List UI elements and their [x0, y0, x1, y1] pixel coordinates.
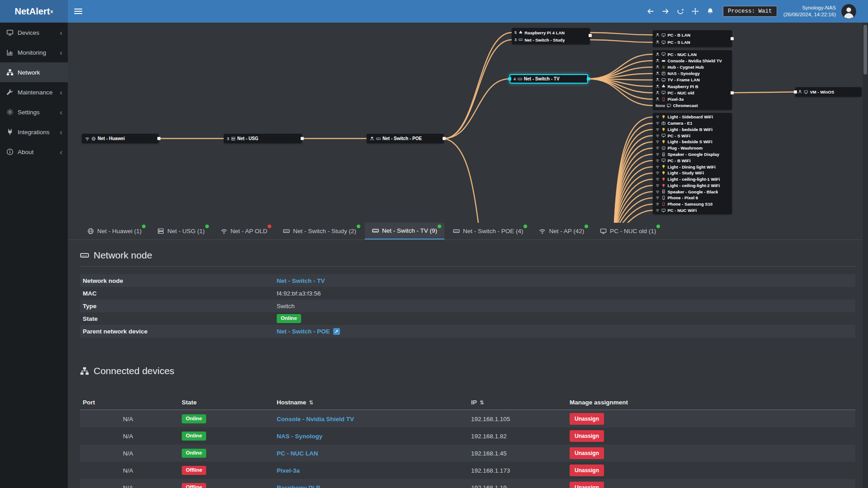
device-node-camera-e1[interactable]: Camera - E1 [653, 120, 732, 127]
nav-forward-button[interactable] [658, 0, 673, 23]
device-node-tv-frame-lan[interactable]: TV - Frame LAN [653, 77, 732, 83]
device-node-light-study-wifi[interactable]: Light - Study WiFi [653, 170, 732, 176]
notifications-bell-button[interactable] [703, 0, 717, 23]
refresh-button[interactable] [673, 0, 688, 23]
device-node-light-bedside-s-wifi[interactable]: Light - bedside S WiFi [653, 139, 732, 145]
nav-back-button[interactable] [643, 0, 658, 23]
device-node-light-dining-light-wifi[interactable]: Light - Dining light WiFi [653, 164, 732, 170]
device-node-speaker-google-display[interactable]: Speaker - Google Display [653, 151, 732, 158]
device-node-hub-cygnet-hub[interactable]: Hub - Cygnet Hub [653, 64, 732, 70]
wifi-icon [656, 202, 660, 206]
hostname-link[interactable]: Pixel-3a [277, 467, 300, 474]
sidebar-item-monitoring[interactable]: Monitoring‹ [0, 42, 68, 62]
tab-net-switch-poe-4[interactable]: Net - Switch - POE (4) [446, 223, 531, 239]
sidebar-item-maintenance[interactable]: Maintenance‹ [0, 82, 68, 102]
node-label: Raspberry Pi 4 LAN [524, 30, 565, 35]
device-node-console-nvidia-shield-tv[interactable]: Console - Nvidia Shield TV [653, 57, 732, 64]
device-node-nas-synology[interactable]: NAS - Synology [653, 70, 732, 77]
tab-net-usg-1[interactable]: Net - USG (1) [150, 223, 212, 239]
device-node-phone-pixel-6[interactable]: Phone - Pixel 6 [653, 195, 732, 201]
node-label: Net - USG [237, 136, 259, 141]
device-node-light-ceiling-light-2-wifi[interactable]: Light - ceiling-light-2 WiFi [653, 182, 732, 188]
device-node-pc-nuc-wifi[interactable]: PC - NUC WiFi [653, 207, 732, 213]
device-node-pc-nuc-old[interactable]: PC - NUC old [653, 89, 732, 96]
unassign-button[interactable]: Unassign [570, 413, 604, 425]
top-bar: NetAlertx Process: Wait Synology-NAS (26… [0, 0, 868, 23]
status-dot-red [268, 225, 271, 228]
unassign-button[interactable]: Unassign [570, 430, 604, 442]
user-avatar[interactable] [841, 4, 856, 19]
tab-net-switch-tv-9[interactable]: Net - Switch - TV (9) [365, 223, 444, 239]
unassign-button[interactable]: Unassign [570, 465, 604, 476]
hostname-link[interactable]: Raspberry Pi B [277, 484, 321, 488]
eth-icon [798, 90, 802, 94]
tab-net-ap-42[interactable]: Net - AP (42) [532, 223, 591, 239]
app-logo-sup: x [50, 9, 53, 14]
node-label: Camera - E1 [668, 121, 693, 126]
unassign-button[interactable]: Unassign [570, 482, 604, 488]
device-node-light-ceiling-light-1-wifi[interactable]: Light - ceiling-light-1 WiFi [653, 176, 732, 183]
info-value: Net - Switch - POE↗ [277, 328, 340, 335]
info-label: MAC [80, 290, 277, 297]
device-node-pc-s-lan[interactable]: PC - S LAN [653, 39, 732, 47]
wifi-icon [656, 127, 660, 131]
move-layout-button[interactable] [688, 0, 703, 23]
sidebar-item-label: Monitoring [18, 49, 46, 56]
tab-net-switch-study-2[interactable]: Net - Switch - Study (2) [276, 223, 363, 239]
device-node-light-sideboard-wifi[interactable]: Light - Sideboard WiFi [653, 114, 732, 120]
column-header-ip[interactable]: IP⇅ [471, 399, 570, 406]
app-logo[interactable]: NetAlertx [0, 0, 68, 23]
device-node-light-bedside-b-wifi[interactable]: Light - bedside B WiFi [653, 127, 732, 133]
hostname-link[interactable]: Console - Nvidia Shield TV [277, 416, 354, 422]
node-label: PC - NUC LAN [668, 52, 697, 57]
scrollbar-thumb[interactable] [863, 25, 867, 75]
device-node-chromecast[interactable]: NoneChromecast [653, 103, 732, 109]
device-node-raspberry-pi-b[interactable]: Raspberry Pi B [653, 83, 732, 89]
device-node-pc-b-lan[interactable]: PC - B LAN [653, 31, 732, 39]
net-node-net-usg[interactable]: 3Net - USG [224, 134, 302, 143]
hostname-link[interactable]: PC - NUC LAN [277, 450, 318, 457]
parent-node-link[interactable]: Net - Switch - POE [277, 328, 330, 335]
device-node-pixel-3a[interactable]: Pixel-3a [653, 96, 732, 102]
eth-icon [656, 52, 660, 56]
hostname-link[interactable]: NAS - Synology [277, 433, 322, 440]
tab-label: Net - Switch - Study (2) [293, 228, 356, 235]
device-node-pc-b-wifi[interactable]: PC - B WiFi [653, 157, 732, 164]
node-label: Net - Switch - Study [524, 38, 565, 42]
net-node-net-switch-poe[interactable]: Net - Switch - POE [367, 134, 444, 143]
sidebar-item-integrations[interactable]: Integrations‹ [0, 122, 68, 142]
device-node-pc-s-wifi[interactable]: PC - S WiFi [653, 132, 732, 139]
external-link-icon[interactable]: ↗ [333, 328, 340, 335]
network-node-link[interactable]: Net - Switch - TV [277, 277, 325, 284]
device-node-net-switch-study[interactable]: 3Net - Switch - Study [512, 36, 590, 43]
device-node-plug-washroom[interactable]: Plug - Washroom [653, 145, 732, 151]
page-scrollbar[interactable] [863, 23, 868, 488]
device-node-vm-winos[interactable]: VM - WinOS [795, 88, 862, 96]
sidebar-item-settings[interactable]: Settings‹ [0, 102, 68, 122]
net-node-net-switch-tv[interactable]: 4Net - Switch - TV [509, 74, 588, 84]
unassign-button[interactable]: Unassign [570, 447, 604, 459]
sidebar-item-network[interactable]: Network [0, 62, 68, 82]
fwd-icon [662, 8, 669, 15]
tab-pc-nuc-old-1[interactable]: PC - NUC old (1) [593, 223, 663, 239]
menu-toggle-button[interactable] [68, 0, 89, 23]
manage-cell: Unassign [570, 430, 855, 442]
sort-icon[interactable]: ⇅ [309, 399, 313, 406]
sidebar-item-devices[interactable]: Devices‹ [0, 23, 68, 42]
sidebar-item-about[interactable]: About‹ [0, 142, 68, 162]
device-row-pixel-3a: N/AOfflinePixel-3a192.168.1.173Unassign [80, 462, 855, 479]
bulb-icon [661, 127, 666, 132]
device-node-pc-nuc-lan[interactable]: PC - NUC LAN [653, 51, 732, 57]
column-header-hostname[interactable]: Hostname⇅ [277, 399, 471, 406]
net-node-net-huawei[interactable]: Net - Huawei [82, 134, 159, 143]
device-node-raspberry-pi-4-lan[interactable]: 5Raspberry Pi 4 LAN [512, 29, 590, 36]
sort-icon[interactable]: ⇅ [480, 399, 484, 406]
tab-net-huawei-1[interactable]: Net - Huawei (1) [80, 223, 149, 239]
plugdev-icon [661, 146, 666, 150]
wrench-icon [6, 89, 14, 96]
device-node-speaker-google-black[interactable]: Speaker - Google - Black [653, 188, 732, 195]
tab-net-ap-old[interactable]: Net - AP OLD [213, 223, 275, 239]
state-cell: Offline [182, 483, 277, 488]
tab-label: Net - Switch - TV (9) [382, 227, 437, 234]
device-node-phone-samsung-s10[interactable]: Phone - Samsung S10 [653, 201, 732, 207]
